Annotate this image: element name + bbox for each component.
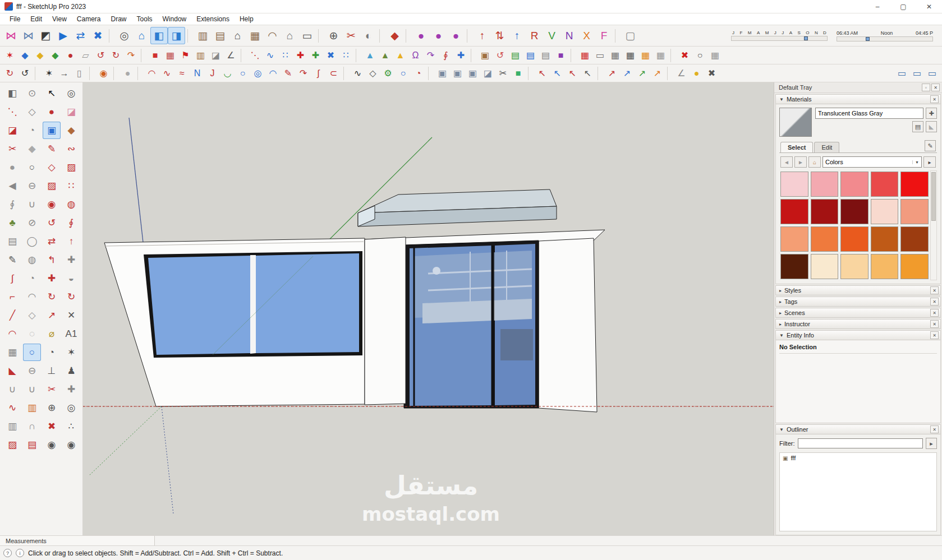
tool-arch-icon[interactable]: ∩ bbox=[23, 418, 41, 435]
grid-points-icon[interactable]: ∷ bbox=[338, 48, 353, 63]
crate-icon[interactable]: ▥ bbox=[193, 48, 208, 63]
time-slider-thumb[interactable] bbox=[866, 37, 870, 41]
home-button[interactable]: ⌂ bbox=[808, 156, 821, 168]
arc-blue-icon[interactable]: ◠ bbox=[265, 66, 281, 81]
dots-red-icon[interactable]: ∷ bbox=[62, 177, 80, 195]
tab-select[interactable]: Select bbox=[780, 142, 813, 152]
sync-dark-icon[interactable]: ↺ bbox=[17, 66, 33, 81]
tool-ring-icon[interactable]: ○ bbox=[23, 344, 41, 361]
date-slider-track[interactable] bbox=[731, 36, 828, 41]
cross-arrows-icon[interactable]: ✖ bbox=[89, 27, 107, 44]
cube-purple-icon[interactable]: ■ bbox=[553, 48, 568, 63]
filter-input[interactable] bbox=[798, 438, 923, 448]
grid-dark-icon[interactable]: ▦ bbox=[623, 48, 638, 63]
select-arrow-icon[interactable]: ↖ bbox=[43, 85, 61, 102]
eyedropper-icon[interactable]: ✎ bbox=[925, 140, 936, 151]
grab-icon[interactable]: ✚ bbox=[62, 251, 80, 269]
tray-panel-styles[interactable]: ▸ Styles ✕ bbox=[775, 285, 941, 295]
tool-sphere-icon[interactable]: ◔ bbox=[23, 122, 41, 139]
play-animation-icon[interactable]: ▶ bbox=[54, 27, 72, 44]
swatch-r2c2[interactable] bbox=[811, 199, 839, 224]
twirl-icon[interactable]: ↻ bbox=[62, 288, 80, 306]
swatch-r1c4[interactable] bbox=[871, 172, 899, 197]
circle-red-icon[interactable]: ◉ bbox=[43, 196, 61, 213]
pointer-orange-icon[interactable]: ↗ bbox=[650, 66, 665, 81]
flip-red-icon[interactable]: ⇄ bbox=[43, 233, 61, 250]
collection-dropdown[interactable]: Colors ▼ bbox=[822, 156, 922, 168]
green-cross-icon[interactable]: ✚ bbox=[308, 48, 323, 63]
tool-arrow-left-icon[interactable]: ◀ bbox=[3, 177, 21, 195]
model-window-right[interactable] bbox=[256, 253, 359, 353]
entity-info-panel-header[interactable]: ▼ Entity Info ✕ bbox=[775, 330, 941, 340]
soap-bubble2-icon[interactable]: ● bbox=[430, 27, 447, 44]
menu-window[interactable]: Window bbox=[158, 14, 192, 24]
solid-trim-icon[interactable]: ▣ bbox=[465, 66, 480, 81]
spiral-red-icon[interactable]: ↺ bbox=[493, 48, 508, 63]
solid-subtract-icon[interactable]: ▣ bbox=[450, 66, 465, 81]
swatch-scrollbar[interactable] bbox=[930, 170, 937, 280]
swatch-r2c5[interactable] bbox=[900, 199, 929, 224]
tool-hatch-icon[interactable]: ▨ bbox=[3, 436, 21, 453]
flag-icon[interactable]: ⚑ bbox=[178, 48, 193, 63]
close-button[interactable]: ✕ bbox=[916, 0, 942, 13]
swatch-r4c2[interactable] bbox=[811, 254, 839, 279]
curve-c-icon[interactable]: ⊂ bbox=[326, 66, 341, 81]
tray-panel-instructor[interactable]: ▸ Instructor ✕ bbox=[775, 319, 941, 329]
material-preview[interactable] bbox=[779, 108, 812, 137]
swatch-r4c3[interactable] bbox=[840, 254, 869, 279]
pan-icon[interactable]: ✚ bbox=[62, 381, 80, 398]
cone-blue-icon[interactable]: ▲ bbox=[362, 48, 378, 63]
tool-window-icon[interactable]: ▥ bbox=[23, 399, 41, 416]
move-blue-icon[interactable]: ✚ bbox=[453, 48, 468, 63]
tool-drape-icon[interactable]: ◪ bbox=[3, 122, 21, 139]
sync-red-icon[interactable]: ↻ bbox=[2, 66, 17, 81]
panel-c-icon[interactable]: ▭ bbox=[925, 66, 940, 81]
tool-diamond-icon[interactable]: ◆ bbox=[23, 140, 41, 158]
panel-a-icon[interactable]: ▭ bbox=[894, 66, 909, 81]
top-view-icon[interactable]: ◧ bbox=[150, 27, 168, 44]
panel-close-button[interactable]: ✕ bbox=[930, 320, 939, 328]
tool-nodes-icon[interactable]: ⋱ bbox=[3, 103, 21, 121]
soap-bubble-icon[interactable]: ● bbox=[412, 27, 430, 44]
tool-circle-icon[interactable]: ○ bbox=[23, 159, 41, 176]
tool-dotted-circle-icon[interactable]: ◌ bbox=[23, 325, 41, 343]
zoom-plus-icon[interactable]: ⊕ bbox=[43, 399, 61, 416]
swatch-r4c4[interactable] bbox=[871, 254, 899, 279]
sphere-red-icon[interactable]: ● bbox=[63, 48, 78, 63]
tool-pencil-icon[interactable]: ✎ bbox=[3, 251, 21, 269]
hook-purple-icon[interactable]: ↷ bbox=[423, 48, 438, 63]
clipboard-blue-icon[interactable]: ▤ bbox=[523, 48, 538, 63]
swatch-r2c4[interactable] bbox=[871, 199, 899, 224]
tape-measure-icon[interactable]: ⌀ bbox=[43, 325, 61, 343]
hatch2-red-icon[interactable]: ▨ bbox=[62, 159, 80, 176]
model-middle-column[interactable] bbox=[365, 237, 406, 405]
tool-cylinder-icon[interactable]: ⊙ bbox=[23, 85, 41, 102]
tool-blob-icon[interactable]: ● bbox=[3, 159, 21, 176]
tray-close-icon[interactable]: ✕ bbox=[931, 84, 940, 91]
terrain-icon[interactable]: ▲ bbox=[378, 48, 393, 63]
clipboard-gray-icon[interactable]: ▤ bbox=[538, 48, 553, 63]
table-icon[interactable]: ▦ bbox=[163, 48, 178, 63]
tool-n-icon[interactable]: N bbox=[560, 27, 578, 44]
tool-bricks-icon[interactable]: ▤ bbox=[23, 436, 41, 453]
level-icon[interactable]: ∠ bbox=[674, 66, 689, 81]
eraser-gray-icon[interactable]: ◪ bbox=[208, 48, 223, 63]
pointer-blue2-icon[interactable]: ↗ bbox=[619, 66, 635, 81]
scissors-red-icon[interactable]: ✂ bbox=[43, 381, 61, 398]
tool-hook-icon[interactable]: ∮ bbox=[3, 196, 21, 213]
tool-comb-icon[interactable]: ▥ bbox=[3, 418, 21, 435]
look-around-icon[interactable]: ◉ bbox=[62, 436, 80, 453]
soap-bubble3-icon[interactable]: ● bbox=[447, 27, 465, 44]
model-right-pillar[interactable] bbox=[539, 238, 597, 412]
materials-panel-header[interactable]: ▼ Materials ✕ bbox=[775, 94, 941, 104]
circle-tool-icon[interactable]: ○ bbox=[692, 48, 707, 63]
panel-b-icon[interactable]: ▭ bbox=[909, 66, 925, 81]
push-blue-icon[interactable]: ↑ bbox=[508, 27, 526, 44]
iso-view-icon[interactable]: ⌂ bbox=[133, 27, 150, 44]
menu-draw[interactable]: Draw bbox=[106, 14, 132, 24]
floor-plan-icon[interactable]: ▦ bbox=[246, 27, 264, 44]
redo-icon[interactable]: ↻ bbox=[108, 48, 123, 63]
forward-button[interactable]: ► bbox=[794, 156, 807, 168]
tool-u-icon[interactable]: ∪ bbox=[23, 381, 41, 398]
red-panel-icon[interactable]: ■ bbox=[148, 48, 163, 63]
